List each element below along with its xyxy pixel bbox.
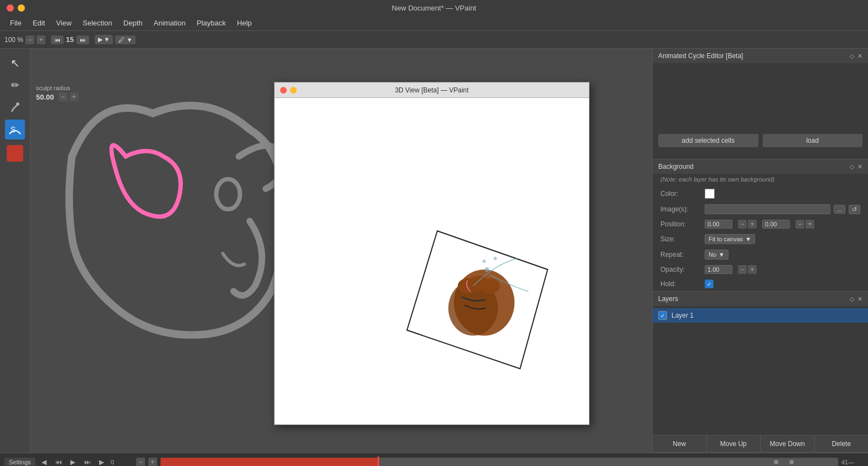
bg-images-input-group: ... ↺	[705, 204, 860, 214]
menu-animation[interactable]: Animation	[148, 17, 192, 29]
bg-pos-y[interactable]	[762, 220, 790, 229]
ace-title: Animated Cycle Editor [Beta]	[658, 52, 743, 60]
bg-opacity-input[interactable]	[705, 265, 732, 274]
3d-view-canvas[interactable]	[275, 98, 589, 424]
menu-bar: File Edit View Selection Depth Animation…	[0, 15, 868, 31]
timeline: Settings ◀ ⏮ ▶ ⏭ ▶ 0 − + 41—	[0, 453, 868, 466]
layers-close-btn[interactable]: ✕	[857, 296, 862, 303]
bg-color-label: Color:	[660, 190, 699, 198]
menu-file[interactable]: File	[4, 17, 27, 29]
ace-pin-btn[interactable]: ◇	[850, 53, 854, 60]
timeline-track[interactable]	[161, 458, 838, 467]
bg-pos-y-plus[interactable]: +	[805, 220, 814, 229]
playback-group: ⏮ 15 ⏭	[51, 35, 89, 44]
3d-scene-svg	[275, 98, 589, 424]
ace-buttons: add selected cells load	[653, 130, 868, 152]
layers-pin-btn[interactable]: ◇	[850, 296, 854, 303]
frame-number: 15	[66, 35, 74, 44]
timeline-step-back-btn[interactable]: ⏮	[53, 457, 64, 467]
layer-1-name: Layer 1	[671, 312, 694, 319]
animated-cycle-editor-panel: Animated Cycle Editor [Beta] ◇ ✕ add sel…	[653, 49, 868, 159]
bg-size-dropdown[interactable]: Fit to canvas ▼	[705, 234, 755, 244]
bg-pos-y-minus[interactable]: −	[795, 220, 804, 229]
timeline-frame-end: 41—	[841, 459, 864, 465]
play-group: ▶ ▼ 🖊 ▼	[95, 35, 136, 44]
menu-playback[interactable]: Playback	[191, 17, 231, 29]
bg-images-ellipsis[interactable]: ...	[834, 205, 845, 214]
menu-edit[interactable]: Edit	[27, 17, 50, 29]
menu-view[interactable]: View	[50, 17, 77, 29]
timeline-play-btn[interactable]: ▶	[68, 457, 79, 467]
layer-item-1[interactable]: ✓ Layer 1	[653, 308, 868, 323]
timeline-cursor[interactable]	[378, 457, 379, 467]
color-swatch[interactable]	[7, 145, 23, 162]
menu-help[interactable]: Help	[231, 17, 257, 29]
bg-close-btn[interactable]: ✕	[857, 163, 862, 170]
right-panel: Animated Cycle Editor [Beta] ◇ ✕ add sel…	[652, 49, 868, 453]
skip-start-btn[interactable]: ⏮	[51, 35, 64, 44]
timeline-progress	[161, 458, 378, 467]
new-layer-btn[interactable]: New	[653, 436, 707, 452]
3d-view-title: 3D View [Beta] — VPaint	[395, 86, 468, 94]
minimize-btn[interactable]	[18, 4, 25, 12]
timeline-next-btn[interactable]: ▶	[96, 457, 107, 467]
ace-header-controls: ◇ ✕	[850, 53, 862, 60]
zoom-plus[interactable]: +	[37, 35, 45, 44]
skip-end-btn[interactable]: ⏭	[76, 35, 89, 44]
bg-title: Background	[658, 163, 694, 170]
3d-view-titlebar: 3D View [Beta] — VPaint	[275, 82, 589, 98]
draw-tool[interactable]: ✏	[5, 75, 25, 95]
close-btn[interactable]	[7, 4, 14, 12]
add-selected-cells-btn[interactable]: add selected cells	[658, 134, 758, 147]
layers-title: Layers	[658, 295, 678, 303]
bg-color-row: Color:	[653, 186, 868, 201]
layers-header: Layers ◇ ✕	[653, 292, 868, 306]
bg-pos-x-minus[interactable]: −	[738, 220, 747, 229]
3d-minimize-btn[interactable]	[290, 87, 297, 94]
bg-opacity-plus[interactable]: +	[748, 265, 757, 274]
bg-repeat-row: Repeat: No ▼	[653, 247, 868, 262]
sculpt-tool[interactable]: S	[5, 120, 25, 139]
bg-color-picker[interactable]	[705, 189, 715, 199]
bg-pos-x-controls: − +	[738, 220, 757, 229]
move-down-btn[interactable]: Move Down	[761, 436, 815, 452]
left-toolbar: ↖ ✏ S	[0, 49, 30, 453]
zoom-minus[interactable]: −	[25, 35, 34, 44]
settings-button[interactable]: Settings	[4, 458, 35, 467]
bg-repeat-dropdown[interactable]: No ▼	[705, 250, 728, 260]
timeline-step-fwd-btn[interactable]: ⏭	[82, 457, 93, 467]
svg-point-11	[483, 260, 486, 263]
bg-pos-x[interactable]	[705, 220, 732, 229]
brush-btn[interactable]: 🖊 ▼	[115, 35, 136, 44]
bg-pin-btn[interactable]: ◇	[850, 163, 854, 170]
timeline-prev-btn[interactable]: ◀	[39, 457, 50, 467]
bg-images-input[interactable]	[705, 204, 830, 214]
svg-point-9	[485, 267, 489, 272]
title-bar: New Document* — VPaint	[0, 0, 868, 15]
delete-layer-btn[interactable]: Delete	[815, 436, 869, 452]
layer-1-visibility-checkbox[interactable]: ✓	[658, 311, 667, 320]
bg-hold-checkbox[interactable]: ✓	[705, 279, 714, 288]
window-title: New Document* — VPaint	[392, 4, 476, 12]
ace-close-btn[interactable]: ✕	[857, 53, 862, 60]
play-btn[interactable]: ▶ ▼	[95, 35, 113, 44]
menu-depth[interactable]: Depth	[118, 17, 148, 29]
bg-header: Background ◇ ✕	[653, 159, 868, 174]
bg-opacity-minus[interactable]: −	[738, 265, 747, 274]
menu-selection[interactable]: Selection	[77, 17, 117, 29]
move-up-btn[interactable]: Move Up	[707, 436, 761, 452]
layers-buttons: New Move Up Move Down Delete	[653, 435, 868, 452]
zoom-group: 100 % − +	[4, 35, 45, 44]
load-btn[interactable]: load	[763, 134, 863, 147]
paint-tool[interactable]	[5, 97, 25, 117]
timeline-plus[interactable]: +	[148, 458, 157, 467]
bg-pos-x-plus[interactable]: +	[748, 220, 757, 229]
select-tool[interactable]: ↖	[5, 53, 25, 73]
main-layout: ↖ ✏ S sculpt radius 50.00 − +	[0, 49, 868, 453]
bg-repeat-value: No	[709, 251, 716, 258]
timeline-minus[interactable]: −	[136, 458, 145, 467]
bg-images-refresh[interactable]: ↺	[849, 205, 860, 214]
3d-close-btn[interactable]	[280, 87, 287, 94]
bg-note: (Note: each layer has its own background…	[653, 174, 868, 186]
canvas-area: sculpt radius 50.00 − +	[30, 49, 652, 453]
